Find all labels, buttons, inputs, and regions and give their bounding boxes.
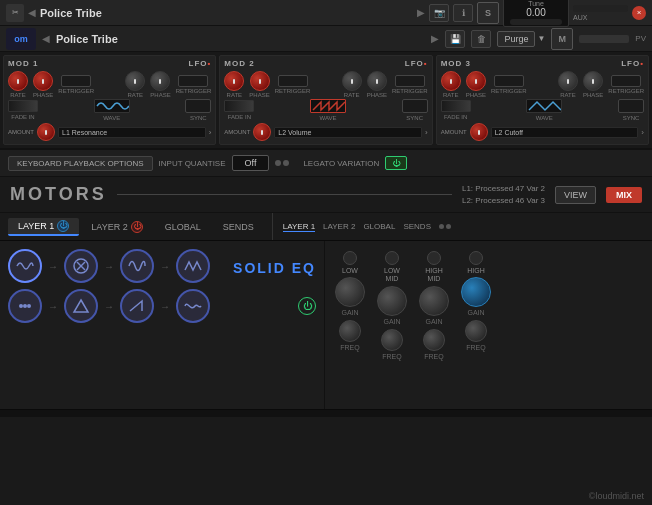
- mod3-fadein-label: FADE IN: [444, 114, 467, 120]
- tune-slider[interactable]: [510, 19, 562, 25]
- eq-high-node[interactable]: [469, 251, 483, 265]
- eq-highmid-freq-knob[interactable]: [423, 329, 445, 351]
- tab-sends[interactable]: SENDS: [213, 220, 264, 234]
- tab-global[interactable]: GLOBAL: [155, 220, 211, 234]
- mod2-lfo-retrigger-btn[interactable]: [395, 75, 425, 87]
- fx-icon-dots[interactable]: [8, 289, 42, 323]
- camera-icon-btn[interactable]: 📷: [429, 4, 449, 22]
- mod1-retrigger-btn[interactable]: [61, 75, 91, 87]
- close-button[interactable]: ×: [632, 6, 646, 20]
- rtab-sends[interactable]: SENDS: [403, 222, 431, 231]
- eq-lowmid-freq-knob[interactable]: [381, 329, 403, 351]
- eq-power-icon[interactable]: ⏻: [298, 297, 316, 315]
- mod2-sync-btn[interactable]: [402, 99, 428, 113]
- save-icon-btn[interactable]: 💾: [445, 30, 465, 48]
- mod1-rate-knob[interactable]: [8, 71, 28, 91]
- nav-next-2[interactable]: ▶: [431, 33, 439, 44]
- eq-lowmid-gain-knob[interactable]: [377, 286, 407, 316]
- eq-high-gain-knob[interactable]: [461, 277, 491, 307]
- eq-low-gain-label: GAIN: [341, 309, 358, 316]
- rtab-layer2[interactable]: LAYER 2: [323, 222, 355, 231]
- fx-icon-sine[interactable]: [120, 249, 154, 283]
- mod3-lfo-phase-knob[interactable]: [583, 71, 603, 91]
- mod3-amount-knob[interactable]: [470, 123, 488, 141]
- info-icon-btn[interactable]: ℹ: [453, 4, 473, 22]
- solid-eq-label: SOLID EQ: [233, 260, 316, 276]
- eq-low-node[interactable]: [343, 251, 357, 265]
- motors-divider: [117, 194, 452, 195]
- mod2-retrigger-btn[interactable]: [278, 75, 308, 87]
- mod1-lfo-title: LFO•: [189, 59, 212, 68]
- mod3-wave-display[interactable]: [526, 99, 562, 113]
- tab-layer1[interactable]: LAYER 1 ⏻: [8, 218, 79, 236]
- mod1-rate-group: RATE: [8, 71, 28, 98]
- fx-arrow-1: →: [48, 261, 58, 272]
- eq-low-freq-knob[interactable]: [339, 320, 361, 342]
- layer1-power-icon[interactable]: ⏻: [57, 220, 69, 232]
- nav-prev-2[interactable]: ◀: [42, 33, 50, 44]
- rtab-global[interactable]: GLOBAL: [363, 222, 395, 231]
- tab-layer2[interactable]: LAYER 2 ⏻: [81, 219, 152, 235]
- purge-arrow-icon: ▼: [537, 34, 545, 43]
- mod1-target[interactable]: L1 Resonance: [58, 127, 206, 138]
- m-button[interactable]: M: [551, 28, 573, 50]
- fx-icon-zigzag[interactable]: [176, 249, 210, 283]
- fx-icon-ramp[interactable]: [120, 289, 154, 323]
- instrument-bar: om ◀ Police Tribe ▶ 💾 🗑 Purge ▼ M PV: [0, 26, 652, 52]
- mod2-amount-knob[interactable]: [253, 123, 271, 141]
- fx-icon-wave2[interactable]: [176, 289, 210, 323]
- mod1-wave-display[interactable]: [94, 99, 130, 113]
- mod3-phase-knob[interactable]: [466, 71, 486, 91]
- mod1-retrigger-group: RETRIGGER: [58, 75, 94, 94]
- eq-high-freq-knob[interactable]: [465, 320, 487, 342]
- fx-icon-waveform[interactable]: [8, 249, 42, 283]
- mod1-fadein-label: FADE IN: [11, 114, 34, 120]
- eq-lowmid-node[interactable]: [385, 251, 399, 265]
- fx-icon-triangle[interactable]: [64, 289, 98, 323]
- mix-button[interactable]: MIX: [606, 187, 642, 203]
- mod1-lfo-phase-knob[interactable]: [150, 71, 170, 91]
- eq-power-btn[interactable]: ⏻: [298, 297, 316, 315]
- nav-next-1[interactable]: ▶: [417, 7, 425, 18]
- view-button[interactable]: VIEW: [555, 186, 596, 204]
- title-name: Police Tribe: [40, 7, 413, 19]
- mod1-lfo-rate-knob[interactable]: [125, 71, 145, 91]
- nav-prev-1[interactable]: ◀: [28, 7, 36, 18]
- mod3-sync-btn[interactable]: [618, 99, 644, 113]
- mod2-wave-display[interactable]: [310, 99, 346, 113]
- delete-icon-btn[interactable]: 🗑: [471, 30, 491, 48]
- mod2-lfo-phase-knob[interactable]: [367, 71, 387, 91]
- layer2-power-icon[interactable]: ⏻: [131, 221, 143, 233]
- right-panel: LOW GAIN FREQ LOWMID GAIN FREQ: [325, 241, 652, 409]
- mod3-lfo-phase-group: PHASE: [583, 71, 603, 98]
- eq-low-gain-knob[interactable]: [335, 277, 365, 307]
- mod2-lfo-rate-knob[interactable]: [342, 71, 362, 91]
- legato-power-button[interactable]: ⏻: [385, 156, 407, 170]
- watermark: ©loudmidi.net: [589, 491, 644, 501]
- mod3-retrigger-btn[interactable]: [494, 75, 524, 87]
- mod1-amount-knob[interactable]: [37, 123, 55, 141]
- scrollbar[interactable]: [0, 409, 652, 417]
- mod3-lfo-retrigger-btn[interactable]: [611, 75, 641, 87]
- eq-highmid-gain-knob[interactable]: [419, 286, 449, 316]
- eq-highmid-node[interactable]: [427, 251, 441, 265]
- rtab-layer1[interactable]: LAYER 1: [283, 222, 315, 232]
- mod1-sync-label: SYNC: [190, 115, 207, 121]
- fx-chain-row1: → → → SOLID EQ: [8, 249, 316, 283]
- fx-icon-circle-cross[interactable]: [64, 249, 98, 283]
- mod3-rate-knob[interactable]: [441, 71, 461, 91]
- mod3-target-arrow: ›: [641, 128, 644, 137]
- mod1-sync-btn[interactable]: [185, 99, 211, 113]
- mod2-phase-knob[interactable]: [250, 71, 270, 91]
- keyboard-playback-button[interactable]: KEYBOARD PLAYBACK OPTIONS: [8, 156, 153, 171]
- mod3-target[interactable]: L2 Cutoff: [491, 127, 639, 138]
- aux-label: AUX: [573, 14, 587, 21]
- mod2-target[interactable]: L2 Volume: [274, 127, 422, 138]
- purge-button[interactable]: Purge ▼: [497, 31, 545, 47]
- mod2-rate-knob[interactable]: [224, 71, 244, 91]
- s-button[interactable]: S: [477, 2, 499, 24]
- mod1-phase-knob[interactable]: [33, 71, 53, 91]
- svg-point-3: [19, 304, 23, 308]
- mod1-lfo-retrigger-btn[interactable]: [178, 75, 208, 87]
- mod3-lfo-rate-knob[interactable]: [558, 71, 578, 91]
